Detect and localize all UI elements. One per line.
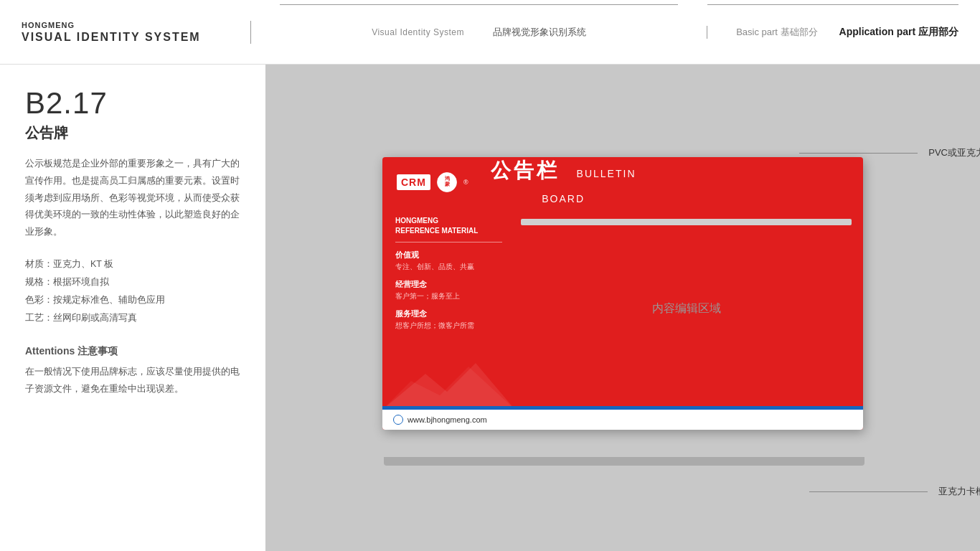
content-area: PVC或亚克力 亚克力卡槽 CRM 鸿 蒙 xyxy=(265,65,980,551)
bb-website: www.bjhongmeng.com xyxy=(407,415,487,424)
spec-color: 色彩：按规定标准色、辅助色应用 xyxy=(25,291,240,309)
bb-content: HONGMENG REFERENCE MATERIAL 价值观 专注、创新、品质… xyxy=(382,207,863,410)
bb-left-panel: HONGMENG REFERENCE MATERIAL 价值观 专注、创新、品质… xyxy=(382,207,515,410)
spec-list: 材质：亚克力、KT 板 规格：根据环境自拟 色彩：按规定标准色、辅助色应用 工艺… xyxy=(25,255,240,327)
svg-text:鸿: 鸿 xyxy=(444,175,449,181)
page-header: HONGMENG VISUAL IDENTITY SYSTEM Visual I… xyxy=(0,0,980,65)
bulletin-board: CRM 鸿 蒙 ® 公告栏 xyxy=(382,157,863,430)
nav-basic[interactable]: Basic part 基础部分 xyxy=(736,26,817,39)
attention-desc: 在一般情况下使用品牌标志，应该尽量使用提供的电子资源文件，避免在重绘中出现误差。 xyxy=(25,364,240,398)
bb-value-title: 价值观 xyxy=(395,250,502,260)
sidebar: B2.17 公告牌 公示板规范是企业外部的重要形象之一，具有广大的宣传作用。也是… xyxy=(0,65,265,551)
svg-text:蒙: 蒙 xyxy=(444,181,450,187)
bb-header: CRM 鸿 蒙 ® 公告栏 xyxy=(382,157,863,207)
vi-system-label: Visual Identity System xyxy=(372,27,464,37)
label-acrylic: 亚克力卡槽 xyxy=(938,485,980,498)
bb-hm-logo: 鸿 蒙 xyxy=(436,171,458,193)
globe-icon xyxy=(393,415,403,425)
nav-application[interactable]: Application part 应用部分 xyxy=(839,26,958,39)
logo-top-text: HONGMENG xyxy=(22,21,236,29)
bb-logo-area: CRM 鸿 蒙 ® xyxy=(397,171,468,193)
page-number: B2.17 xyxy=(25,86,240,121)
bb-service-title: 服务理念 xyxy=(395,309,502,319)
bb-value-desc: 专注、创新、品质、共赢 xyxy=(395,262,502,272)
registered-mark: ® xyxy=(463,179,468,186)
bb-crm-logo: CRM xyxy=(397,174,430,190)
attention-title: Attentions 注意事项 xyxy=(25,345,240,358)
brand-logo: HONGMENG VISUAL IDENTITY SYSTEM xyxy=(22,21,251,44)
bb-mgmt-desc: 客户第一；服务至上 xyxy=(395,291,502,301)
bb-photo-grid xyxy=(521,219,852,225)
bb-divider-1 xyxy=(395,242,502,242)
board-depth xyxy=(384,457,864,466)
spec-material: 材质：亚克力、KT 板 xyxy=(25,255,240,273)
label-pvc: PVC或亚克力 xyxy=(928,146,980,159)
section-description: 公示板规范是企业外部的重要形象之一，具有广大的宣传作用。也是提高员工归属感的重要… xyxy=(25,156,240,241)
bb-service-desc: 想客户所想；微客户所需 xyxy=(395,321,502,331)
vi-system-cn-label: 品牌视觉形象识别系统 xyxy=(493,26,586,39)
bb-footer: www.bjhongmeng.com xyxy=(382,410,863,430)
bb-right-section: 内容编辑区域 xyxy=(515,213,857,404)
logo-bottom-text: VISUAL IDENTITY SYSTEM xyxy=(22,31,236,44)
header-center-nav: Visual Identity System 品牌视觉形象识别系统 xyxy=(251,26,707,39)
bb-ref-title: HONGMENG REFERENCE MATERIAL xyxy=(395,216,502,236)
section-title: 公告牌 xyxy=(25,123,240,143)
main-layout: B2.17 公告牌 公示板规范是企业外部的重要形象之一，具有广大的宣传作用。也是… xyxy=(0,65,980,551)
bb-mountain-decoration xyxy=(382,359,515,410)
spec-size: 规格：根据环境自拟 xyxy=(25,273,240,291)
bb-mgmt-title: 经营理念 xyxy=(395,279,502,290)
bb-title-area: 公告栏 BULLETIN BOARD xyxy=(468,157,659,207)
bb-title-cn: 公告栏 BULLETIN BOARD xyxy=(468,157,659,207)
header-right-nav: Basic part 基础部分 Application part 应用部分 xyxy=(707,26,958,39)
bb-edit-label: 内容编辑区域 xyxy=(652,301,721,316)
spec-craft: 工艺：丝网印刷或高清写真 xyxy=(25,309,240,327)
board-wrapper: PVC或亚克力 亚克力卡槽 CRM 鸿 蒙 xyxy=(382,157,863,458)
